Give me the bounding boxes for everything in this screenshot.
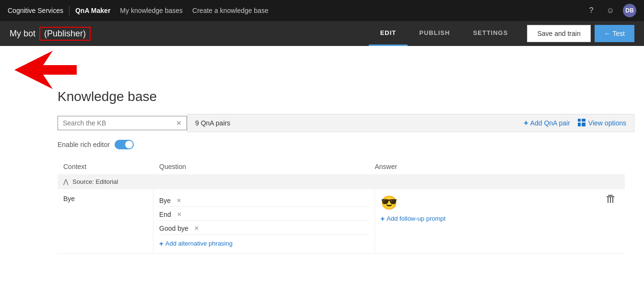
context-value: Bye bbox=[63, 195, 75, 203]
toolbar-actions: + Add QnA pair View options bbox=[524, 119, 626, 128]
nav-links: My knowledge bases Create a knowledge ba… bbox=[120, 7, 585, 14]
app-name: QnA Maker bbox=[75, 7, 110, 14]
kb-toolbar: ✕ 9 QnA pairs + Add QnA pair bbox=[58, 114, 634, 132]
add-followup-button[interactable]: + Add follow-up prompt bbox=[381, 214, 591, 223]
add-qna-pair-button[interactable]: + Add QnA pair bbox=[524, 119, 570, 127]
tab-publish[interactable]: PUBLISH bbox=[408, 21, 461, 46]
svg-rect-7 bbox=[608, 197, 609, 203]
nav-link-my-kb[interactable]: My knowledge bases bbox=[120, 7, 183, 14]
main-content: Knowledge base ✕ 9 QnA pairs + Add QnA p… bbox=[0, 46, 644, 263]
svg-rect-2 bbox=[582, 119, 585, 122]
svg-rect-8 bbox=[610, 197, 611, 203]
header-actions bbox=[590, 163, 619, 170]
col-question: Bye ✕ End ✕ Good bye ✕ + Add alternative… bbox=[153, 189, 375, 253]
rich-editor-toggle[interactable] bbox=[115, 140, 134, 149]
svg-rect-3 bbox=[578, 123, 581, 126]
answer-emoji: 😎 bbox=[381, 195, 591, 211]
svg-rect-1 bbox=[578, 119, 581, 122]
test-button[interactable]: ← Test bbox=[595, 25, 634, 42]
search-input[interactable] bbox=[63, 119, 176, 127]
add-alternative-phrasing-button[interactable]: + Add alternative phrasing bbox=[159, 239, 369, 248]
tab-edit[interactable]: EDIT bbox=[369, 21, 408, 46]
svg-rect-6 bbox=[608, 195, 613, 196]
nav-divider bbox=[69, 6, 70, 15]
secondary-nav: My bot (Publisher) EDIT PUBLISH SETTINGS… bbox=[0, 21, 644, 46]
delete-row-icon[interactable] bbox=[607, 195, 614, 205]
plus-icon: + bbox=[524, 119, 528, 127]
question-text-2: Good bye bbox=[159, 225, 188, 232]
rich-editor-label: Enable rich editor bbox=[58, 141, 110, 148]
question-item-1: End ✕ bbox=[159, 209, 369, 221]
pair-count: 9 QnA pairs + Add QnA pair V bbox=[187, 114, 634, 132]
svg-marker-0 bbox=[14, 51, 77, 89]
source-label: Source: Editorial bbox=[72, 178, 118, 185]
arrow-indicator bbox=[10, 46, 634, 79]
rich-editor-row: Enable rich editor bbox=[58, 140, 634, 149]
remove-question-1-icon[interactable]: ✕ bbox=[177, 211, 182, 218]
kb-table: Context Question Answer ⋀ Source: Editor… bbox=[58, 159, 625, 254]
svg-rect-4 bbox=[582, 123, 585, 126]
page-title: Knowledge base bbox=[58, 89, 634, 104]
smiley-icon[interactable]: ☺ bbox=[604, 4, 617, 17]
question-text-1: End bbox=[159, 211, 171, 218]
table-row: Bye Bye ✕ End ✕ Good bye ✕ + Add alterna… bbox=[58, 189, 625, 254]
question-item-0: Bye ✕ bbox=[159, 195, 369, 207]
table-icon bbox=[578, 119, 585, 128]
nav-tabs: EDIT PUBLISH SETTINGS Save and train ← T… bbox=[369, 21, 634, 46]
bot-title: My bot bbox=[10, 29, 35, 39]
plus-alt-icon: + bbox=[159, 239, 164, 248]
nav-right: ? ☺ DB bbox=[585, 4, 636, 17]
source-row: ⋀ Source: Editorial bbox=[58, 174, 625, 189]
help-icon[interactable]: ? bbox=[585, 4, 598, 17]
svg-rect-5 bbox=[607, 196, 614, 197]
plus-followup-icon: + bbox=[381, 214, 385, 223]
remove-question-0-icon[interactable]: ✕ bbox=[176, 197, 181, 204]
header-context: Context bbox=[63, 163, 159, 170]
avatar[interactable]: DB bbox=[623, 4, 636, 17]
tab-settings[interactable]: SETTINGS bbox=[461, 21, 519, 46]
col-actions bbox=[596, 189, 625, 253]
publisher-badge: (Publisher) bbox=[39, 27, 91, 41]
chevron-up-icon[interactable]: ⋀ bbox=[63, 178, 69, 185]
save-train-button[interactable]: Save and train bbox=[527, 25, 590, 42]
nav-link-create-kb[interactable]: Create a knowledge base bbox=[192, 7, 269, 14]
question-text-0: Bye bbox=[159, 197, 171, 204]
search-box: ✕ bbox=[58, 116, 187, 130]
col-answer: 😎 + Add follow-up prompt bbox=[375, 189, 597, 253]
view-options-button[interactable]: View options bbox=[578, 119, 626, 128]
table-header: Context Question Answer bbox=[58, 159, 625, 174]
brand-label: Cognitive Services bbox=[8, 7, 63, 14]
svg-rect-9 bbox=[612, 197, 613, 203]
header-answer: Answer bbox=[375, 163, 591, 170]
question-item-2: Good bye ✕ bbox=[159, 223, 369, 235]
header-question: Question bbox=[159, 163, 375, 170]
remove-question-2-icon[interactable]: ✕ bbox=[194, 225, 199, 232]
col-context: Bye bbox=[58, 189, 153, 253]
top-nav: Cognitive Services QnA Maker My knowledg… bbox=[0, 0, 644, 21]
clear-search-icon[interactable]: ✕ bbox=[176, 119, 182, 127]
